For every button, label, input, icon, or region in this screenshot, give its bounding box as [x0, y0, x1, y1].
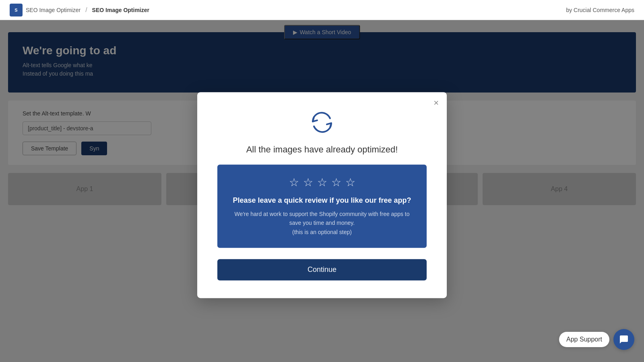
page-background: ▶ Watch a Short Video We're going to ad …	[0, 20, 644, 362]
top-nav: S SEO Image Optimizer / SEO Image Optimi…	[0, 0, 644, 20]
breadcrumb-current: SEO Image Optimizer	[92, 7, 149, 13]
app-logo: S	[10, 4, 23, 16]
stars-row: ☆ ☆ ☆ ☆ ☆	[229, 176, 415, 189]
modal-title: All the images have already optimized!	[217, 144, 427, 155]
review-body2: (this is an optional step)	[229, 228, 415, 237]
chat-icon	[619, 335, 629, 344]
review-card: ☆ ☆ ☆ ☆ ☆ Please leave a quick review if…	[217, 165, 427, 248]
star-2[interactable]: ☆	[303, 176, 313, 189]
star-1[interactable]: ☆	[289, 176, 299, 189]
app-support-button[interactable]	[613, 329, 634, 350]
app-support-container: App Support	[559, 329, 634, 350]
modal-icon-wrap	[217, 108, 427, 136]
star-3[interactable]: ☆	[317, 176, 327, 189]
nav-left: S SEO Image Optimizer / SEO Image Optimi…	[10, 4, 149, 16]
review-body1: We're hard at work to support the Shopif…	[229, 210, 415, 228]
breadcrumb-parent: SEO Image Optimizer	[26, 7, 80, 13]
continue-button[interactable]: Continue	[217, 259, 427, 280]
modal-dialog: × All the images have already optimized!…	[197, 92, 447, 298]
review-title: Please leave a quick review if you like …	[229, 196, 415, 205]
star-5[interactable]: ☆	[345, 176, 355, 189]
sync-icon	[308, 108, 336, 136]
svg-text:S: S	[14, 8, 17, 12]
by-line: by Crucial Commerce Apps	[566, 7, 634, 13]
star-4[interactable]: ☆	[331, 176, 341, 189]
breadcrumb-separator: /	[85, 6, 87, 14]
app-support-label: App Support	[559, 332, 609, 347]
modal-close-button[interactable]: ×	[433, 99, 439, 107]
